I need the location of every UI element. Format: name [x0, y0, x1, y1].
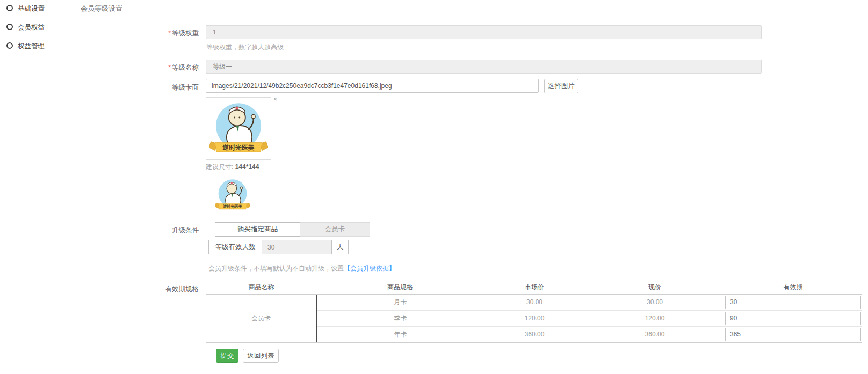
required-asterisk: * [168, 30, 171, 37]
product-name-cell: 会员卡 [206, 294, 317, 342]
banner-text: 逆时光医美 [222, 143, 255, 151]
sidebar-item-label: 会员权益 [18, 23, 45, 32]
level-name-input[interactable] [206, 60, 762, 74]
current-price-cell: 120.00 [585, 310, 724, 326]
market-price-cell: 360.00 [483, 326, 585, 342]
col-header-product-spec: 商品规格 [317, 281, 483, 294]
valid-days-label: 等级有效天数 [208, 240, 262, 254]
size-hint: 建议尺寸: 144*144 [206, 163, 259, 172]
market-price-cell: 120.00 [483, 310, 585, 326]
card-image-thumbnail: 逆时光医美 [215, 178, 250, 213]
membership-level-settings-page: 基础设置 会员权益 权益管理 会员等级设置 *等级权重 等级权重，数字越大越高级… [0, 0, 868, 374]
sidebar-item-label: 基础设置 [18, 4, 45, 13]
validity-spec-table: 商品名称 商品规格 市场价 现价 有效期 会员卡 月卡 30.00 30.00 … [206, 281, 862, 343]
validity-days-input[interactable] [725, 296, 861, 309]
validity-days-input[interactable] [725, 328, 861, 341]
tab-buy-specified-product[interactable]: 购买指定商品 [215, 222, 300, 237]
radio-circle-icon [6, 5, 13, 11]
upgrade-basis-link[interactable]: 【会员升级依据】 [344, 265, 395, 272]
choose-image-button[interactable]: 选择图片 [544, 79, 578, 93]
upgrade-hint: 会员升级条件，不填写默认为不自动升级，设置【会员升级依据】 [208, 264, 395, 273]
table-row: 会员卡 月卡 30.00 30.00 [206, 294, 862, 310]
col-header-validity: 有效期 [724, 281, 862, 294]
current-price-cell: 30.00 [585, 294, 724, 310]
radio-circle-icon [6, 24, 13, 30]
level-weight-hint: 等级权重，数字越大越高级 [206, 43, 284, 52]
spec-cell: 年卡 [317, 326, 483, 342]
sidebar-item-benefits-management[interactable]: 权益管理 [0, 41, 61, 53]
tab-member-card[interactable]: 会员卡 [300, 222, 370, 237]
card-image-preview: 逆时光医美 [206, 97, 271, 160]
required-asterisk: * [168, 64, 171, 71]
col-header-market-price: 市场价 [483, 281, 585, 294]
validity-days-input[interactable] [725, 312, 861, 325]
col-header-current-price: 现价 [585, 281, 724, 294]
sidebar-item-member-benefits[interactable]: 会员权益 [0, 22, 61, 34]
spec-cell: 季卡 [317, 310, 483, 326]
valid-days-input[interactable] [262, 240, 332, 254]
level-weight-label: *等级权重 [70, 29, 199, 38]
doctor-mascot-image: 逆时光医美 [209, 99, 268, 158]
sidebar-item-basic-settings[interactable]: 基础设置 [0, 3, 61, 15]
banner-text: 逆时光医美 [222, 204, 243, 209]
level-weight-input[interactable] [206, 25, 762, 39]
table-header-row: 商品名称 商品规格 市场价 现价 有效期 [206, 281, 862, 294]
level-name-label: *等级名称 [70, 63, 199, 72]
sidebar-item-label: 权益管理 [18, 42, 45, 51]
radio-circle-icon [6, 42, 13, 49]
upgrade-condition-label: 升级条件 [70, 226, 199, 235]
current-price-cell: 360.00 [585, 326, 724, 342]
size-hint-value: 144*144 [235, 163, 259, 171]
spec-cell: 月卡 [317, 294, 483, 310]
level-card-label: 等级卡面 [70, 83, 199, 92]
market-price-cell: 30.00 [483, 294, 585, 310]
valid-days-unit: 天 [331, 240, 349, 254]
card-image-path-input[interactable] [206, 79, 539, 93]
remove-image-button[interactable]: × [273, 96, 277, 102]
doctor-mascot-image-small: 逆时光医美 [215, 178, 250, 213]
validity-spec-label: 有效期规格 [70, 285, 199, 294]
back-to-list-button[interactable]: 返回列表 [243, 349, 279, 363]
sidebar: 基础设置 会员权益 权益管理 [0, 0, 61, 374]
submit-button[interactable]: 提交 [216, 349, 238, 363]
header-divider [73, 14, 857, 14]
col-header-product-name: 商品名称 [206, 281, 317, 294]
page-title: 会员等级设置 [81, 4, 122, 13]
